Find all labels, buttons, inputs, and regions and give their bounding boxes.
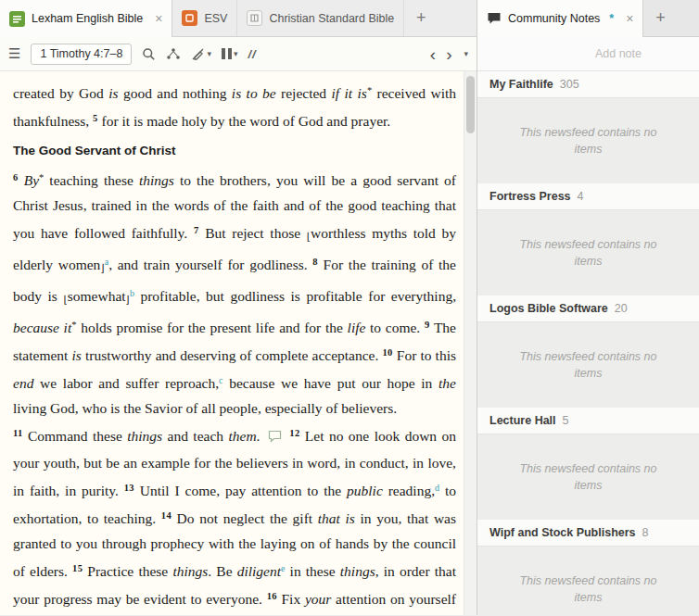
corresponding-words-icon[interactable] [166, 47, 181, 60]
tab-label: Community Notes [508, 12, 600, 25]
bible-paragraph: created by God is good and nothing is to… [13, 78, 456, 133]
bible-content-row: created by God is good and nothing is to… [0, 71, 477, 615]
text-segment: Until I come, pay attention to the [134, 483, 347, 498]
text-segment: things [139, 172, 174, 188]
newsfeed-empty-message: This newsfeed contains no items [477, 322, 699, 408]
newsfeed-empty-message: This newsfeed contains no items [477, 98, 699, 183]
leb-resource-icon [9, 11, 25, 27]
bible-panel: ☰ 1 Timothy 4:7–8 ▾ ▾ // ‹ › [0, 37, 477, 615]
text-segment: is [108, 85, 118, 101]
text-segment: . Be [208, 563, 236, 579]
history-caret-icon[interactable]: ▾ [464, 49, 468, 58]
scrollbar-thumb[interactable] [466, 76, 475, 133]
search-icon[interactable] [142, 47, 156, 61]
text-segment: diligent [237, 563, 281, 579]
text-segment: because it [13, 320, 71, 335]
text-segment: and teach [162, 428, 228, 444]
text-segment: if it is [332, 85, 367, 101]
text-segment: By [19, 172, 39, 188]
tab-esv[interactable]: ESV [172, 0, 237, 36]
verse-number: 13 [124, 483, 134, 493]
text-segment: because we have put our hope in [223, 375, 439, 391]
columns-control[interactable]: ▾ [222, 48, 238, 59]
esv-resource-icon [182, 10, 197, 26]
forward-icon[interactable]: › [446, 45, 451, 63]
text-segment: is [72, 347, 82, 363]
text-segment: things [172, 563, 208, 579]
tab-lexham-english-bible[interactable]: Lexham English Bible × [0, 0, 172, 37]
text-segment: in these [285, 563, 339, 579]
text-segment: them [228, 428, 256, 444]
right-tab-group: Community Notes * × + [477, 0, 699, 36]
text-segment: that is [318, 510, 355, 526]
text-segment: created by God [13, 85, 108, 101]
newsfeed-header[interactable]: Wipf and Stock Publishers8 [477, 520, 699, 547]
newsfeed-name: Fortress Press [489, 190, 571, 203]
newsfeed-header[interactable]: Lecture Hall5 [477, 408, 699, 434]
chevron-down-icon: ▾ [207, 49, 211, 58]
text-segment: to come. [365, 320, 425, 335]
text-segment: for it is made holy by the word of God a… [98, 113, 391, 129]
newsfeed-name: Logos Bible Software [489, 302, 608, 315]
parallel-passages-icon[interactable]: // [248, 47, 256, 61]
community-note-icon[interactable] [268, 425, 282, 450]
text-segment: public [347, 483, 383, 498]
history-nav: ‹ › ▾ [430, 45, 468, 63]
newsfeed-count: 8 [642, 526, 649, 539]
left-tab-group: Lexham English Bible × ESV Christian Sta… [0, 0, 477, 36]
text-segment: For to this [393, 347, 456, 363]
text-segment: . [257, 428, 265, 444]
back-icon[interactable]: ‹ [430, 45, 436, 63]
text-segment: somewhat [68, 288, 126, 304]
tab-label: Lexham English Bible [32, 12, 143, 25]
community-notes-panel: Add note My Faithlife305This newsfeed co… [477, 37, 699, 615]
new-tab-button[interactable]: + [404, 0, 438, 36]
text-segment: , and train yourself for godliness. [108, 257, 312, 272]
add-note-button[interactable]: Add note [595, 47, 642, 60]
close-icon[interactable]: × [626, 12, 633, 25]
bible-scrollbar[interactable] [464, 71, 477, 615]
bible-text: created by God is good and nothing is to… [0, 71, 464, 615]
community-notes-icon [487, 12, 502, 25]
text-segment: is to be [232, 85, 276, 101]
tab-christian-standard-bible[interactable]: Christian Standard Bible [237, 0, 404, 36]
panel-menu-icon[interactable]: ☰ [8, 45, 20, 62]
main-row: ☰ 1 Timothy 4:7–8 ▾ ▾ // ‹ › [0, 37, 699, 615]
text-segment: reading, [383, 483, 435, 498]
newsfeed-header[interactable]: Logos Bible Software20 [477, 295, 699, 322]
visual-filters-control[interactable]: ▾ [191, 47, 211, 61]
tab-community-notes[interactable]: Community Notes * × [477, 0, 643, 37]
newsfeed-count: 305 [560, 78, 579, 91]
text-segment: teaching these [44, 172, 139, 188]
newsfeed-count: 4 [578, 190, 584, 203]
verse-number: 14 [161, 510, 172, 521]
verse-number: 10 [383, 347, 393, 358]
text-segment: Practice these [83, 563, 172, 579]
newsfeed-header[interactable]: Fortress Press4 [477, 183, 699, 210]
text-segment: end [13, 375, 33, 391]
text-segment: holds promise for the present life and f… [76, 320, 347, 335]
newsfeed-list: My Faithlife305This newsfeed contains no… [477, 71, 699, 615]
newsfeed-empty-message: This newsfeed contains no items [477, 547, 699, 615]
text-segment: profitable, but godliness is profitable … [134, 288, 456, 304]
reference-box[interactable]: 1 Timothy 4:7–8 [31, 44, 132, 65]
columns-icon [222, 48, 232, 59]
new-tab-button-right[interactable]: + [643, 0, 677, 36]
newsfeed-name: My Faithlife [489, 78, 553, 91]
newsfeed-count: 20 [615, 302, 628, 315]
verse-number: 15 [72, 563, 83, 573]
notes-toolbar: Add note [477, 37, 699, 71]
text-segment: things [127, 428, 162, 444]
close-icon[interactable]: × [155, 12, 162, 25]
newsfeed-count: 5 [563, 414, 569, 427]
newsfeed-empty-message: This newsfeed contains no items [477, 434, 699, 520]
text-segment: we labor and suffer reproach, [33, 375, 219, 391]
text-segment: living God, who is the Savior of all peo… [13, 400, 397, 416]
newsfeed-name: Wipf and Stock Publishers [489, 526, 636, 539]
unsaved-indicator: * [609, 12, 614, 25]
newsfeed-header[interactable]: My Faithlife305 [477, 71, 699, 98]
text-segment: Command these [23, 428, 128, 444]
verse-number: 16 [267, 591, 277, 601]
text-segment: Fix [277, 591, 305, 607]
section-heading: The Good Servant of Christ [13, 143, 456, 159]
